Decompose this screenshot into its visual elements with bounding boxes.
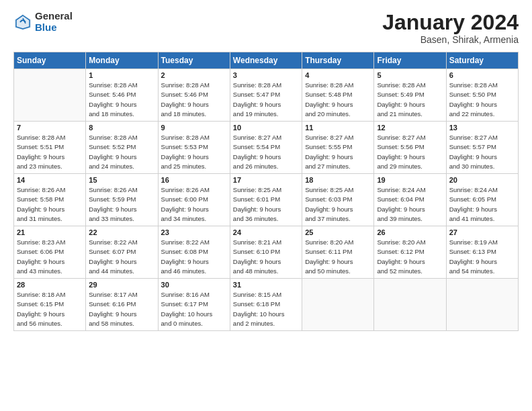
- logo-text: General Blue: [35, 11, 73, 33]
- title-block: January 2024 Basen, Shirak, Armenia: [382, 11, 519, 45]
- day-number: 21: [17, 228, 83, 236]
- day-info: Sunrise: 8:27 AMSunset: 5:55 PMDaylight:…: [305, 133, 371, 171]
- day-info: Sunrise: 8:23 AMSunset: 6:06 PMDaylight:…: [17, 238, 83, 276]
- day-number: 24: [233, 228, 299, 236]
- day-number: 23: [161, 228, 227, 236]
- day-info: Sunrise: 8:28 AMSunset: 5:48 PMDaylight:…: [305, 81, 371, 119]
- day-info: Sunrise: 8:25 AMSunset: 6:01 PMDaylight:…: [233, 185, 299, 224]
- day-number: 27: [449, 228, 515, 236]
- day-number: 31: [233, 281, 299, 289]
- logo: General Blue: [13, 11, 73, 33]
- day-info: Sunrise: 8:28 AMSunset: 5:52 PMDaylight:…: [89, 133, 154, 171]
- location: Basen, Shirak, Armenia: [382, 34, 519, 45]
- day-info: Sunrise: 8:20 AMSunset: 6:12 PMDaylight:…: [377, 238, 443, 276]
- day-info: Sunrise: 8:24 AMSunset: 6:04 PMDaylight:…: [377, 185, 443, 224]
- day-number: 12: [377, 124, 443, 132]
- calendar-cell: 20Sunrise: 8:24 AMSunset: 6:05 PMDayligh…: [446, 174, 518, 226]
- calendar-cell: 15Sunrise: 8:26 AMSunset: 5:59 PMDayligh…: [86, 174, 158, 226]
- calendar-cell: [446, 279, 518, 331]
- col-friday: Friday: [374, 52, 446, 69]
- day-info: Sunrise: 8:28 AMSunset: 5:46 PMDaylight:…: [161, 81, 227, 119]
- day-number: 13: [449, 124, 515, 132]
- day-number: 1: [89, 71, 154, 79]
- col-wednesday: Wednesday: [230, 52, 302, 69]
- calendar-cell: [14, 69, 86, 122]
- calendar-cell: 22Sunrise: 8:22 AMSunset: 6:07 PMDayligh…: [86, 226, 158, 279]
- day-info: Sunrise: 8:28 AMSunset: 5:50 PMDaylight:…: [449, 81, 515, 119]
- col-saturday: Saturday: [446, 52, 518, 69]
- calendar-cell: 16Sunrise: 8:26 AMSunset: 6:00 PMDayligh…: [158, 174, 230, 226]
- day-info: Sunrise: 8:26 AMSunset: 5:59 PMDaylight:…: [89, 185, 154, 224]
- calendar-week-row-5: 28Sunrise: 8:18 AMSunset: 6:15 PMDayligh…: [14, 279, 519, 331]
- day-number: 19: [377, 176, 443, 184]
- calendar-cell: 9Sunrise: 8:28 AMSunset: 5:53 PMDaylight…: [158, 122, 230, 174]
- day-number: 10: [233, 124, 299, 132]
- logo-icon: [13, 13, 32, 32]
- day-info: Sunrise: 8:24 AMSunset: 6:05 PMDaylight:…: [449, 185, 515, 224]
- day-number: 16: [161, 176, 227, 184]
- day-info: Sunrise: 8:15 AMSunset: 6:18 PMDaylight:…: [233, 290, 299, 328]
- calendar-cell: 12Sunrise: 8:27 AMSunset: 5:56 PMDayligh…: [374, 122, 446, 174]
- day-number: 6: [449, 71, 515, 79]
- calendar-header-row: Sunday Monday Tuesday Wednesday Thursday…: [14, 52, 519, 69]
- day-number: 3: [233, 71, 299, 79]
- day-info: Sunrise: 8:27 AMSunset: 5:57 PMDaylight:…: [449, 133, 515, 171]
- day-number: 7: [17, 124, 83, 132]
- calendar-cell: 4Sunrise: 8:28 AMSunset: 5:48 PMDaylight…: [302, 69, 374, 122]
- day-number: 14: [17, 176, 83, 184]
- calendar-cell: 30Sunrise: 8:16 AMSunset: 6:17 PMDayligh…: [158, 279, 230, 331]
- col-thursday: Thursday: [302, 52, 374, 69]
- col-tuesday: Tuesday: [158, 52, 230, 69]
- calendar-cell: 10Sunrise: 8:27 AMSunset: 5:54 PMDayligh…: [230, 122, 302, 174]
- day-number: 4: [305, 71, 371, 79]
- calendar-cell: 5Sunrise: 8:28 AMSunset: 5:49 PMDaylight…: [374, 69, 446, 122]
- calendar-cell: 29Sunrise: 8:17 AMSunset: 6:16 PMDayligh…: [86, 279, 158, 331]
- calendar-cell: 31Sunrise: 8:15 AMSunset: 6:18 PMDayligh…: [230, 279, 302, 331]
- calendar-week-row-1: 1Sunrise: 8:28 AMSunset: 5:46 PMDaylight…: [14, 69, 519, 122]
- calendar-cell: 17Sunrise: 8:25 AMSunset: 6:01 PMDayligh…: [230, 174, 302, 226]
- day-info: Sunrise: 8:16 AMSunset: 6:17 PMDaylight:…: [161, 290, 227, 328]
- calendar-cell: 7Sunrise: 8:28 AMSunset: 5:51 PMDaylight…: [14, 122, 86, 174]
- day-info: Sunrise: 8:28 AMSunset: 5:51 PMDaylight:…: [17, 133, 83, 171]
- day-info: Sunrise: 8:27 AMSunset: 5:56 PMDaylight:…: [377, 133, 443, 171]
- day-info: Sunrise: 8:26 AMSunset: 6:00 PMDaylight:…: [161, 185, 227, 224]
- header: General Blue January 2024 Basen, Shirak,…: [13, 11, 519, 45]
- calendar-cell: [374, 279, 446, 331]
- month-title: January 2024: [382, 11, 519, 34]
- calendar: Sunday Monday Tuesday Wednesday Thursday…: [13, 52, 519, 331]
- day-info: Sunrise: 8:22 AMSunset: 6:08 PMDaylight:…: [161, 238, 227, 276]
- day-info: Sunrise: 8:20 AMSunset: 6:11 PMDaylight:…: [305, 238, 371, 276]
- calendar-cell: 11Sunrise: 8:27 AMSunset: 5:55 PMDayligh…: [302, 122, 374, 174]
- calendar-cell: [302, 279, 374, 331]
- col-sunday: Sunday: [14, 52, 86, 69]
- day-number: 9: [161, 124, 227, 132]
- day-info: Sunrise: 8:22 AMSunset: 6:07 PMDaylight:…: [89, 238, 154, 276]
- day-number: 30: [161, 281, 227, 289]
- day-info: Sunrise: 8:21 AMSunset: 6:10 PMDaylight:…: [233, 238, 299, 276]
- calendar-week-row-3: 14Sunrise: 8:26 AMSunset: 5:58 PMDayligh…: [14, 174, 519, 226]
- day-number: 15: [89, 176, 154, 184]
- calendar-week-row-2: 7Sunrise: 8:28 AMSunset: 5:51 PMDaylight…: [14, 122, 519, 174]
- day-info: Sunrise: 8:27 AMSunset: 5:54 PMDaylight:…: [233, 133, 299, 171]
- col-monday: Monday: [86, 52, 158, 69]
- calendar-cell: 23Sunrise: 8:22 AMSunset: 6:08 PMDayligh…: [158, 226, 230, 279]
- day-number: 5: [377, 71, 443, 79]
- calendar-cell: 28Sunrise: 8:18 AMSunset: 6:15 PMDayligh…: [14, 279, 86, 331]
- day-info: Sunrise: 8:28 AMSunset: 5:47 PMDaylight:…: [233, 81, 299, 119]
- day-number: 8: [89, 124, 154, 132]
- svg-marker-0: [15, 14, 31, 30]
- day-info: Sunrise: 8:19 AMSunset: 6:13 PMDaylight:…: [449, 238, 515, 276]
- logo-general-text: General: [35, 11, 73, 22]
- day-info: Sunrise: 8:17 AMSunset: 6:16 PMDaylight:…: [89, 290, 154, 328]
- calendar-cell: 25Sunrise: 8:20 AMSunset: 6:11 PMDayligh…: [302, 226, 374, 279]
- calendar-cell: 2Sunrise: 8:28 AMSunset: 5:46 PMDaylight…: [158, 69, 230, 122]
- day-number: 26: [377, 228, 443, 236]
- calendar-cell: 6Sunrise: 8:28 AMSunset: 5:50 PMDaylight…: [446, 69, 518, 122]
- day-number: 28: [17, 281, 83, 289]
- day-number: 20: [449, 176, 515, 184]
- calendar-cell: 24Sunrise: 8:21 AMSunset: 6:10 PMDayligh…: [230, 226, 302, 279]
- day-number: 2: [161, 71, 227, 79]
- day-info: Sunrise: 8:26 AMSunset: 5:58 PMDaylight:…: [17, 185, 83, 224]
- day-number: 18: [305, 176, 371, 184]
- calendar-cell: 8Sunrise: 8:28 AMSunset: 5:52 PMDaylight…: [86, 122, 158, 174]
